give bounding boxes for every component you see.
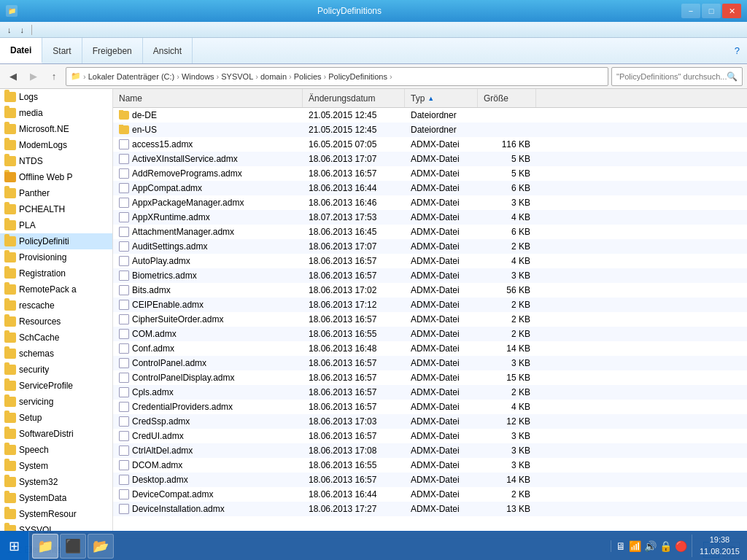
table-row[interactable]: AuditSettings.admx18.06.2013 17:07ADMX-D… [113,239,747,254]
table-row[interactable]: CtrlAltDel.admx18.06.2013 17:08ADMX-Date… [113,443,747,458]
sidebar-item-resources[interactable]: Resources [0,314,112,330]
taskbar-item-powershell[interactable]: ⬛ [60,534,86,559]
table-row[interactable]: DCOM.admx18.06.2013 16:55ADMX-Datei3 KB [113,458,747,472]
sidebar-item-rescache[interactable]: rescache [0,298,112,314]
up-button[interactable]: ↑ [45,68,63,85]
sidebar-item-system32[interactable]: System32 [0,474,112,490]
sidebar-label: Logs [19,92,38,102]
sidebar-item-security[interactable]: security [0,362,112,378]
sidebar-item-systemdata[interactable]: SystemData [0,490,112,506]
help-button[interactable]: ? [727,38,747,63]
sidebar-item-servicing[interactable]: servicing [0,394,112,410]
table-row[interactable]: Biometrics.admx18.06.2013 16:57ADMX-Date… [113,268,747,283]
table-row[interactable]: CredUI.admx18.06.2013 16:57ADMX-Datei3 K… [113,429,747,443]
network-icon[interactable]: 📶 [629,540,641,552]
table-row[interactable]: AppCompat.admx18.06.2013 16:44ADMX-Datei… [113,181,747,195]
table-row[interactable]: Conf.admx18.06.2013 16:48ADMX-Datei14 KB [113,341,747,356]
sidebar-item-schcache[interactable]: SchCache [0,330,112,346]
table-row[interactable]: CEIPEnable.admx18.06.2013 17:12ADMX-Date… [113,298,747,312]
table-row[interactable]: CipherSuiteOrder.admx18.06.2013 16:57ADM… [113,312,747,327]
table-row[interactable]: CredentialProviders.admx18.06.2013 16:57… [113,400,747,414]
minimize-button[interactable]: − [681,4,700,18]
address-crumb-1: Lokaler Datenträger (C:) [88,72,175,81]
file-name-cell: Conf.admx [113,343,303,354]
sidebar-item-registration[interactable]: Registration [0,265,112,281]
sidebar-label: SystemResour [19,509,77,519]
close-button[interactable]: ✕ [722,4,741,18]
sidebar-item-remotepacka[interactable]: RemotePack a [0,281,112,298]
back-button[interactable]: ◀ [4,68,22,85]
sidebar-item-logs[interactable]: Logs [0,89,112,105]
monitor-icon[interactable]: 🖥 [616,540,626,552]
sidebar-item-provisioning[interactable]: Provisioning [0,249,112,265]
sidebar-item-pla[interactable]: PLA [0,217,112,233]
file-name-cell: AutoPlay.admx [113,256,303,266]
sidebar-item-ntds[interactable]: NTDS [0,153,112,169]
taskbar-clock[interactable]: 19:38 11.08.2015 [692,534,747,557]
sidebar-item-pchealth[interactable]: PCHEALTH [0,201,112,217]
col-header-size[interactable]: Größe [478,89,536,107]
col-header-type[interactable]: Typ ▲ [405,89,478,107]
table-row[interactable]: AppXRuntime.admx18.07.2013 17:53ADMX-Dat… [113,210,747,225]
sidebar-item-media[interactable]: media [0,105,112,121]
maximize-button[interactable]: □ [702,4,721,18]
tab-datei[interactable]: Datei [0,38,42,63]
table-row[interactable]: access15.admx16.05.2015 07:05ADMX-Datei1… [113,137,747,152]
table-row[interactable]: CredSsp.admx18.06.2013 17:03ADMX-Datei12… [113,414,747,429]
tab-start[interactable]: Start [42,38,82,63]
sidebar-item-softwaredistri[interactable]: SoftwareDistri [0,426,112,442]
table-row[interactable]: ActiveXInstallService.admx18.06.2013 17:… [113,152,747,166]
table-row[interactable]: Desktop.admx18.06.2013 16:57ADMX-Datei14… [113,472,747,487]
search-input[interactable] [616,72,727,81]
taskbar-item-explorer2[interactable]: 📂 [88,534,114,559]
table-row[interactable]: AddRemovePrograms.admx18.06.2013 16:57AD… [113,166,747,181]
sidebar-item-policydefiniti[interactable]: PolicyDefiniti [0,233,112,249]
qa-back-button[interactable]: ↓ [4,25,15,35]
table-row[interactable]: en-US21.05.2015 12:45Dateiordner [113,122,747,137]
table-row[interactable]: Cpls.admx18.06.2013 16:57ADMX-Datei2 KB [113,385,747,400]
address-bar[interactable]: 📁 › Lokaler Datenträger (C:) › Windows ›… [66,67,608,86]
file-type-cell: ADMX-Datei [405,446,478,456]
table-row[interactable]: de-DE21.05.2015 12:45Dateiordner [113,108,747,122]
admx-icon [119,285,129,295]
app-icon: 📁 [6,5,18,17]
table-row[interactable]: ControlPanel.admx18.06.2013 16:57ADMX-Da… [113,356,747,370]
table-row[interactable]: COM.admx18.06.2013 16:55ADMX-Datei2 KB [113,327,747,341]
filelist-area: Name Änderungsdatum Typ ▲ Größe de-DE21.… [113,89,747,538]
sidebar-item-schemas[interactable]: schemas [0,346,112,362]
admx-icon [119,475,129,485]
sidebar-item-systemresour[interactable]: SystemResour [0,506,112,522]
security-tray-icon[interactable]: 🔒 [659,540,672,552]
table-row[interactable]: AppxPackageManager.admx18.06.2013 16:46A… [113,195,747,210]
col-header-name[interactable]: Name [113,89,303,107]
start-button[interactable]: ⊞ [0,532,29,561]
sidebar-item-setup[interactable]: Setup [0,410,112,426]
table-row[interactable]: DeviceCompat.admx18.06.2013 16:44ADMX-Da… [113,487,747,502]
search-icon[interactable]: 🔍 [727,71,738,82]
taskbar-item-explorer[interactable]: 📁 [32,534,58,559]
table-row[interactable]: AttachmentManager.admx18.06.2013 16:45AD… [113,225,747,239]
sidebar-item-panther[interactable]: Panther [0,185,112,201]
sidebar-item-serviceprofile[interactable]: ServiceProfile [0,378,112,394]
forward-button[interactable]: ▶ [25,68,42,85]
file-type-cell: Dateiordner [405,110,478,120]
sidebar-item-offlinewebp[interactable]: Offline Web P [0,169,112,185]
table-row[interactable]: ControlPanelDisplay.admx18.06.2013 16:57… [113,370,747,385]
search-box[interactable]: 🔍 [611,67,743,86]
sidebar-item-modemlogs[interactable]: ModemLogs [0,137,112,153]
table-row[interactable]: AutoPlay.admx18.06.2013 16:57ADMX-Datei4… [113,254,747,268]
alert-icon[interactable]: 🔴 [675,540,687,552]
sidebar-item-speech[interactable]: Speech [0,442,112,458]
col-header-date[interactable]: Änderungsdatum [303,89,405,107]
folder-icon [4,236,16,246]
table-row[interactable]: DeviceInstallation.admx18.06.2013 17:27A… [113,502,747,516]
tab-freigeben[interactable]: Freigeben [82,38,143,63]
sidebar-label: Provisioning [19,252,66,262]
sidebar-item-microsoftne[interactable]: Microsoft.NE [0,121,112,137]
file-name-cell: de-DE [113,110,303,120]
qa-forward-button[interactable]: ↓ [18,25,28,35]
sidebar-item-system[interactable]: System [0,458,112,474]
tab-ansicht[interactable]: Ansicht [143,38,193,63]
speaker-icon[interactable]: 🔊 [644,540,657,552]
table-row[interactable]: Bits.admx18.06.2013 17:02ADMX-Datei56 KB [113,283,747,298]
